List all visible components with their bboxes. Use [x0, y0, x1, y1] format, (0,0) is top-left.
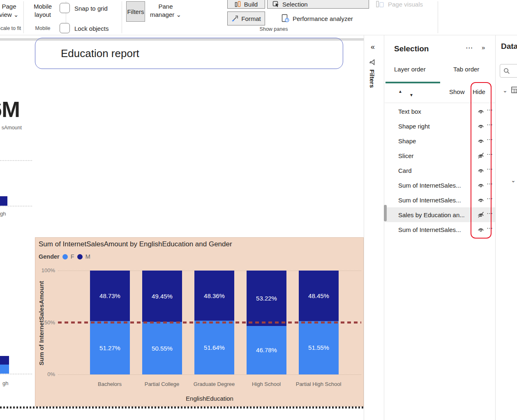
build-label: Build: [244, 1, 258, 8]
move-layer-down-icon[interactable]: ▼: [409, 93, 413, 97]
x-category-label: Partial High School: [291, 381, 346, 388]
ribbon: Page view ⌄ Scale to fit Mobile layout M…: [0, 0, 517, 35]
segment-f[interactable]: 51.64%: [194, 321, 234, 374]
data-label: 51.55%: [308, 344, 329, 351]
scale-to-fit-group-label: Scale to fit: [0, 25, 25, 31]
segment-m[interactable]: 53.22%: [247, 271, 286, 326]
legend-label-f: F: [71, 253, 74, 260]
fragment-gridline: [0, 160, 32, 161]
filters-toggle-button[interactable]: Filters: [126, 1, 145, 22]
performance-analyzer-icon: [282, 14, 289, 23]
filters-collapsed-pane: « Filters: [364, 35, 384, 420]
fragment-bar: [0, 356, 9, 365]
data-label: 48.73%: [99, 292, 120, 299]
x-category-label: Bachelors: [83, 381, 137, 388]
filter-funnel-icon: [369, 59, 375, 65]
pane-manager-button[interactable]: Pane manager ⌄: [149, 2, 182, 19]
data-label: 51.64%: [204, 344, 225, 351]
data-label: 51.27%: [99, 344, 120, 351]
pane-manager-label-1: Pane: [149, 2, 182, 11]
card-caption: sAmount: [0, 125, 22, 131]
title-shape[interactable]: Education report: [35, 38, 343, 69]
selection-pane-title: Selection: [394, 44, 429, 53]
show-column-header[interactable]: Show: [449, 88, 465, 95]
layer-name: Sum of InternetSales...: [398, 226, 475, 233]
layer-name: Sales by Education an...: [398, 211, 475, 218]
layer-name: Slicer: [398, 152, 475, 159]
page-visuals-icon: [376, 1, 384, 8]
chart-legend: Gender F M: [39, 253, 90, 260]
show-panes-group-label: Show panes: [247, 26, 301, 32]
layer-name: Text box: [398, 108, 475, 115]
expand-filters-icon[interactable]: «: [371, 43, 375, 51]
build-icon: [235, 1, 241, 7]
chart-title: Sum of InternetSalesAmount by EnglishEdu…: [39, 240, 232, 248]
y-tick: 50%: [35, 319, 55, 326]
x-category-label: High School: [239, 381, 293, 388]
page-visuals-label: Page visuals: [388, 1, 423, 8]
lock-objects-checkbox[interactable]: [60, 23, 70, 33]
more-options-icon[interactable]: ⋯: [466, 44, 473, 52]
expand-table-chevron-icon[interactable]: ⌄: [511, 177, 516, 184]
segment-m[interactable]: 48.45%: [299, 271, 339, 321]
legend-title: Gender: [39, 253, 60, 260]
format-brush-icon: [231, 15, 238, 22]
filters-pane-label: Filters: [369, 69, 376, 88]
data-label: 46.78%: [256, 347, 277, 353]
filters-pane-tab[interactable]: Filters: [369, 59, 376, 88]
title-shape-text: Education report: [61, 47, 139, 60]
segment-m[interactable]: 48.36%: [194, 271, 234, 321]
group-divider: [438, 1, 438, 33]
legend-dot-f: [62, 254, 68, 259]
format-pane-button[interactable]: Format: [227, 11, 265, 25]
gridline-0: [58, 374, 361, 375]
selection-pane-button[interactable]: Selection: [267, 0, 369, 9]
segment-f[interactable]: 51.27%: [90, 321, 130, 374]
lock-objects-label: Lock objects: [74, 25, 108, 32]
x-category-label: Graduate Degree: [187, 381, 241, 388]
legend-label-m: M: [85, 253, 90, 260]
expand-table-chevron-icon[interactable]: ⌄: [503, 87, 508, 94]
tab-layer-order[interactable]: Layer order: [394, 66, 426, 73]
selection-icon: [272, 1, 279, 8]
segment-f[interactable]: 51.55%: [299, 321, 339, 374]
fragment-bar: [0, 365, 9, 374]
y-tick: 100%: [35, 267, 55, 273]
performance-analyzer-label: Performance analyzer: [293, 15, 353, 22]
mobile-layout-button[interactable]: Mobile layout: [26, 2, 59, 19]
segment-f[interactable]: 50.55%: [142, 322, 182, 374]
layer-name: Sum of InternetSales...: [398, 182, 475, 189]
table-icon: [511, 86, 517, 94]
page-visuals-button: Page visuals: [376, 1, 423, 8]
data-label: 48.45%: [308, 292, 329, 299]
x-category-label: Partial College: [135, 381, 189, 388]
data-pane-title: Data: [501, 42, 517, 51]
tab-tab-order[interactable]: Tab order: [453, 66, 479, 73]
build-pane-button[interactable]: Build: [227, 0, 265, 9]
data-label: 49.45%: [152, 293, 173, 300]
search-icon: [503, 68, 510, 74]
data-label: 48.36%: [204, 292, 225, 299]
scrollbar-thumb[interactable]: [384, 205, 387, 221]
data-pane: Data ⌄ ⌄: [495, 35, 517, 420]
layer-name: Card: [398, 167, 475, 174]
selection-label: Selection: [282, 1, 308, 8]
snap-to-grid-label: Snap to grid: [74, 5, 108, 12]
move-layer-up-icon[interactable]: ▲: [398, 89, 402, 94]
page-view-label-2: view: [0, 11, 12, 18]
search-input[interactable]: [500, 64, 517, 78]
fragment-gridline: [0, 206, 32, 207]
performance-analyzer-button[interactable]: Performance analyzer: [282, 14, 353, 23]
segment-f[interactable]: 46.78%: [247, 326, 286, 374]
fragment-category-label: gh: [2, 380, 8, 386]
pane-manager-label-2: manager: [150, 11, 174, 18]
card-value: 6M: [0, 96, 20, 122]
stacked-column-chart[interactable]: Sum of InternetSalesAmount by EnglishEdu…: [35, 237, 364, 406]
segment-m[interactable]: 48.73%: [90, 271, 130, 321]
snap-to-grid-checkbox[interactable]: [60, 3, 70, 13]
mobile-group-label: Mobile: [26, 25, 59, 31]
collapse-pane-icon[interactable]: »: [482, 44, 485, 51]
report-canvas[interactable]: Education report 6M sAmount gh gh Sum of…: [0, 35, 364, 420]
segment-m[interactable]: 49.45%: [142, 271, 182, 322]
page-view-button[interactable]: Page view ⌄: [0, 2, 25, 19]
